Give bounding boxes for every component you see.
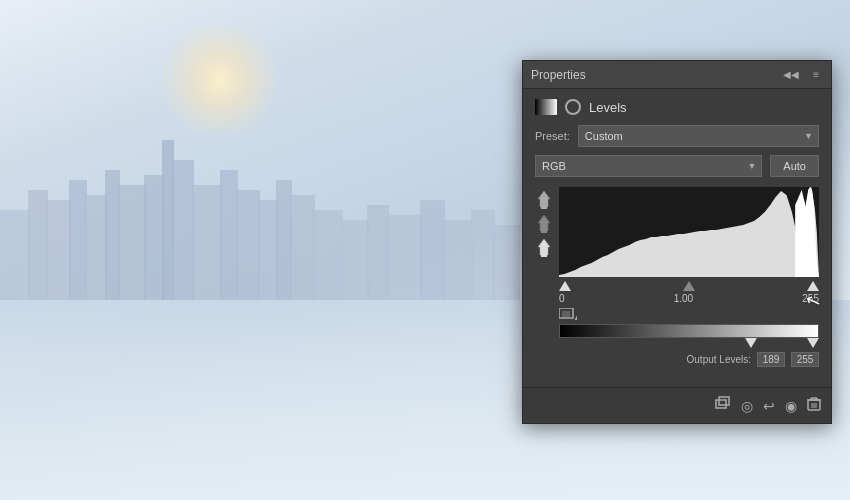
properties-panel: Properties ◀◀ ≡ Levels Preset: <box>522 60 832 424</box>
svg-rect-16 <box>313 210 343 300</box>
view-previous-icon[interactable]: ◎ <box>741 398 753 414</box>
clip-to-layer-footer-icon[interactable] <box>715 396 731 415</box>
auto-button[interactable]: Auto <box>770 155 819 177</box>
panel-controls: ◀◀ ≡ <box>779 67 823 82</box>
reset-icon[interactable]: ↩ <box>763 398 775 414</box>
white-point-eyedropper-icon[interactable] <box>535 239 553 257</box>
input-sliders: 0 1.00 255 <box>559 277 819 304</box>
channel-select[interactable]: RGB Red Green Blue <box>535 155 762 177</box>
output-slider-triangles <box>559 338 819 350</box>
panel-title: Properties <box>531 68 586 82</box>
output-levels-label: Output Levels: <box>687 354 751 365</box>
svg-rect-6 <box>118 185 146 300</box>
svg-rect-9 <box>172 160 194 300</box>
mid-input-value: 1.00 <box>674 293 693 304</box>
svg-rect-7 <box>144 175 164 300</box>
panel-body: Levels Preset: Custom ▼ RGB Red Green Bl… <box>523 89 831 377</box>
output-slider-handle[interactable] <box>745 338 757 348</box>
output-labels-row: Output Levels: 189 255 <box>559 352 819 367</box>
svg-marker-28 <box>559 189 819 277</box>
svg-rect-12 <box>236 190 260 300</box>
svg-rect-22 <box>471 210 495 300</box>
histogram-container: 0 1.00 255 ▲ <box>559 187 819 367</box>
output-white-slider[interactable] <box>807 338 819 348</box>
black-input-slider[interactable] <box>559 281 571 291</box>
clip-row: ▲ <box>559 308 819 322</box>
histogram-svg <box>559 187 819 277</box>
output-gradient-bar <box>559 324 819 338</box>
svg-rect-17 <box>341 220 369 300</box>
output-white-value[interactable]: 255 <box>791 352 819 367</box>
svg-rect-1 <box>28 190 48 300</box>
panel-footer: ◎ ↩ ◉ <box>523 387 831 423</box>
adjustment-type-icon <box>565 99 581 115</box>
channel-row: RGB Red Green Blue ▼ Auto <box>535 155 819 177</box>
svg-rect-24 <box>535 99 557 115</box>
panel-titlebar: Properties ◀◀ ≡ <box>523 61 831 89</box>
levels-title: Levels <box>589 100 627 115</box>
svg-rect-18 <box>367 205 389 300</box>
collapse-button[interactable]: ◀◀ <box>779 67 803 82</box>
svg-rect-27 <box>541 253 547 257</box>
white-input-value: 255 <box>802 293 819 304</box>
delete-adjustment-icon[interactable] <box>807 396 821 415</box>
svg-rect-14 <box>276 180 292 300</box>
svg-rect-20 <box>420 200 445 300</box>
preset-select[interactable]: Custom <box>578 125 819 147</box>
eyedropper-tools <box>535 187 553 367</box>
svg-rect-15 <box>290 195 315 300</box>
preset-label: Preset: <box>535 130 570 142</box>
svg-rect-11 <box>220 170 238 300</box>
city-skyline <box>0 130 520 300</box>
svg-rect-34 <box>719 397 729 405</box>
black-point-eyedropper-icon[interactable] <box>535 191 553 209</box>
svg-rect-25 <box>541 205 547 209</box>
svg-rect-31 <box>562 311 570 317</box>
histogram-bg <box>559 187 819 277</box>
svg-rect-13 <box>258 200 278 300</box>
visibility-toggle-icon[interactable]: ◉ <box>785 398 797 414</box>
output-section <box>559 324 819 350</box>
svg-rect-2 <box>46 200 71 300</box>
clip-to-frame-icon: ▲ <box>559 308 577 322</box>
gray-point-eyedropper-icon[interactable] <box>535 215 553 233</box>
white-input-slider[interactable] <box>807 281 819 291</box>
svg-rect-10 <box>192 185 222 300</box>
levels-header: Levels <box>535 99 819 115</box>
panel-menu-button[interactable]: ≡ <box>809 67 823 82</box>
sun-glow <box>160 20 280 140</box>
svg-rect-33 <box>716 400 726 408</box>
svg-rect-4 <box>85 195 107 300</box>
levels-histogram-icon <box>535 99 557 115</box>
channel-select-wrapper: RGB Red Green Blue ▼ <box>535 155 762 177</box>
svg-rect-21 <box>443 220 473 300</box>
svg-rect-0 <box>0 210 30 300</box>
svg-rect-23 <box>493 225 520 300</box>
output-black-value[interactable]: 189 <box>757 352 785 367</box>
svg-rect-19 <box>387 215 422 300</box>
svg-rect-26 <box>541 229 547 233</box>
preset-select-wrapper: Custom ▼ <box>578 125 819 147</box>
preset-row: Preset: Custom ▼ <box>535 125 819 147</box>
input-values: 0 1.00 255 <box>559 293 819 304</box>
midtone-input-slider[interactable] <box>683 281 695 291</box>
svg-rect-5 <box>105 170 120 300</box>
svg-rect-3 <box>69 180 87 300</box>
black-input-value: 0 <box>559 293 565 304</box>
histogram-area: 0 1.00 255 ▲ <box>535 187 819 367</box>
svg-text:▲: ▲ <box>573 313 577 322</box>
